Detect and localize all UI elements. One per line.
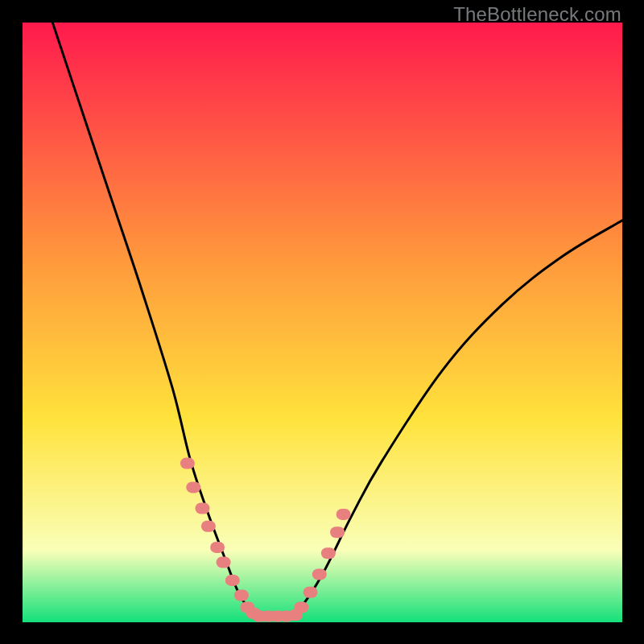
chart-frame: TheBottleneck.com bbox=[0, 0, 644, 644]
trough-marker bbox=[321, 547, 336, 559]
trough-marker bbox=[186, 481, 200, 493]
trough-marker bbox=[225, 575, 240, 586]
trough-marker bbox=[336, 509, 351, 520]
trough-marker bbox=[303, 587, 318, 598]
gradient-background bbox=[23, 23, 622, 622]
trough-marker bbox=[196, 503, 210, 514]
trough-marker bbox=[180, 458, 195, 469]
trough-marker bbox=[312, 568, 327, 580]
trough-marker bbox=[234, 590, 249, 601]
plot-area bbox=[23, 23, 622, 622]
trough-marker bbox=[210, 542, 225, 553]
trough-marker bbox=[330, 526, 345, 538]
trough-marker bbox=[294, 601, 308, 613]
chart-svg bbox=[23, 23, 622, 622]
trough-marker bbox=[201, 521, 216, 532]
trough-marker bbox=[217, 557, 231, 568]
